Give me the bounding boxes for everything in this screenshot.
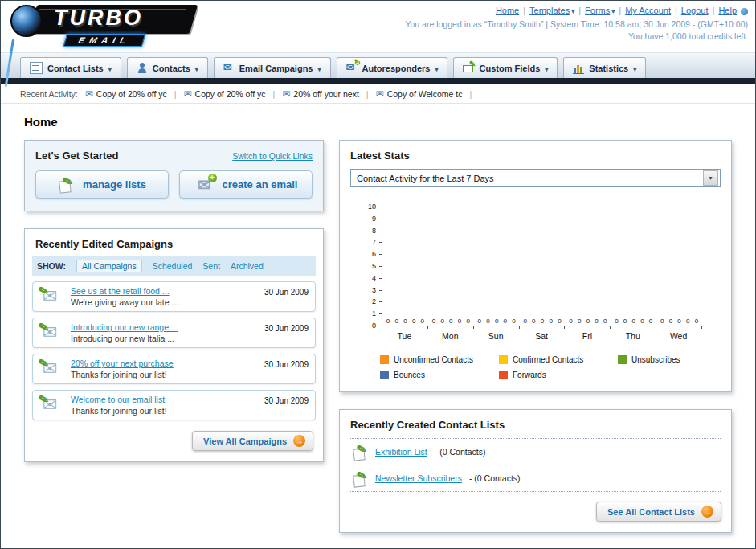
top-link-logout[interactable]: Logout (681, 6, 709, 15)
campaign-filter-bar: SHOW: All CampaignsScheduledSentArchived (32, 256, 316, 276)
top-link-templates[interactable]: Templates (529, 6, 574, 15)
y-axis-label: 1 (372, 309, 376, 318)
edit-campaign-icon (39, 287, 63, 306)
edit-campaign-icon (39, 359, 63, 379)
recent-activity-item[interactable]: Copy of Welcome tc (376, 89, 463, 99)
campaign-row[interactable]: Introducing our new range ...Introducing… (32, 318, 316, 348)
legend-swatch (380, 371, 389, 379)
chart-category-column: 0 0 0 0 0 (428, 207, 474, 326)
view-all-campaigns-button[interactable]: View All Campaigns (192, 431, 313, 451)
separator: | (469, 89, 472, 99)
contact-lists-icon (30, 62, 43, 74)
show-label: SHOW: (37, 261, 66, 271)
chart-category-column: 0 0 0 0 0 (382, 207, 428, 326)
top-link-my-account[interactable]: My Account (625, 6, 671, 15)
tab-statistics[interactable]: Statistics (563, 57, 646, 78)
button-label: See All Contact Lists (607, 507, 695, 517)
separator: | (578, 6, 581, 15)
email-campaigns-icon (223, 63, 235, 73)
x-axis-label: Sun (473, 331, 519, 341)
login-status: You are logged in as “Timothy Smith” | S… (405, 19, 748, 29)
campaign-row[interactable]: See us at the retail food ...We're givin… (32, 281, 316, 312)
campaign-date: 30 Jun 2009 (264, 324, 309, 333)
tab-label: Contact Lists (47, 64, 104, 73)
filter-scheduled[interactable]: Scheduled (153, 261, 193, 271)
see-all-contact-lists-button[interactable]: See All Contact Lists (596, 502, 721, 522)
recent-activity-item-label: Copy of 20% off yc (195, 89, 266, 99)
contact-list-link[interactable]: Newsletter Subscribers (375, 473, 462, 483)
switch-quick-links-link[interactable]: Switch to Quick Links (232, 151, 313, 161)
legend-label: Unsubscribes (631, 355, 680, 364)
chart-plot: 0123456789100 0 0 0 00 0 0 0 00 0 0 0 00… (382, 207, 702, 326)
bar-value-labels: 0 0 0 0 0 (520, 318, 566, 325)
main-nav: Contact ListsContactsEmail CampaignsAuto… (1, 52, 755, 78)
top-link-help[interactable]: Help (718, 6, 737, 15)
contact-list-items: Exhibition List- (0 Contacts)Newsletter … (340, 439, 731, 492)
app-logo[interactable]: TURBO EMAIL (9, 3, 226, 50)
tab-custom-fields[interactable]: Custom Fields (453, 57, 558, 78)
recent-activity-item[interactable]: 20% off your next (282, 89, 359, 99)
campaign-title-link[interactable]: Welcome to our email list (71, 395, 257, 404)
chevron-down-icon (545, 64, 548, 73)
separator: | (675, 6, 677, 15)
button-label: View All Campaigns (203, 436, 287, 446)
autoresponders-icon (346, 63, 358, 73)
filter-sent[interactable]: Sent (202, 261, 220, 271)
button-label: create an email (223, 178, 298, 191)
tab-contacts[interactable]: Contacts (127, 57, 208, 78)
logo-title: TURBO (54, 6, 143, 31)
legend-item: Forwards (499, 371, 618, 379)
logo-disc-icon (10, 5, 43, 37)
stats-title: Latest Stats (340, 141, 731, 169)
campaign-title-link[interactable]: 20% off your next purchase (71, 358, 257, 368)
recent-activity-item[interactable]: Copy of 20% off yc (184, 89, 266, 99)
recent-activity-bar: Recent Activity: Copy of 20% off yc|Copy… (1, 84, 755, 104)
contacts-icon (137, 63, 148, 73)
page-title: Home (24, 115, 732, 129)
separator: | (619, 6, 621, 15)
x-axis-label: Fri (564, 331, 610, 341)
chevron-down-icon (108, 64, 112, 73)
y-axis-label: 8 (372, 227, 376, 235)
y-axis-label: 10 (368, 203, 376, 211)
x-axis-label: Thu (610, 331, 656, 341)
create-email-button[interactable]: create an email (179, 170, 313, 199)
edit-campaign-icon (39, 323, 63, 342)
stats-panel: Latest Stats Contact Activity for the La… (339, 140, 732, 392)
page: TURBO EMAIL Home|Templates|Forms|My Acco… (0, 0, 756, 549)
recent-activity-item[interactable]: Copy of 20% off yc (85, 89, 167, 99)
legend-label: Bounces (394, 371, 425, 379)
campaign-row[interactable]: 20% off your next purchaseThanks for joi… (32, 354, 316, 384)
recent-activity-item-label: Copy of Welcome tc (387, 89, 463, 99)
top-link-home[interactable]: Home (496, 6, 519, 15)
tab-autoresponders[interactable]: Autoresponders (337, 57, 448, 78)
chart-category-column: 0 0 0 0 0 (565, 207, 611, 326)
manage-lists-button[interactable]: manage lists (35, 170, 169, 199)
header-right: Home|Templates|Forms|My Account|Logout|H… (405, 6, 748, 41)
contact-list-link[interactable]: Exhibition List (375, 447, 427, 457)
tab-contact-lists[interactable]: Contact Lists (20, 57, 121, 78)
activity-period-select[interactable]: Contact Activity for the Last 7 Days (350, 169, 721, 187)
legend-label: Forwards (513, 371, 546, 379)
campaign-date: 30 Jun 2009 (264, 360, 309, 369)
recent-activity-item-label: 20% off your next (293, 89, 359, 99)
logo-subtitle: EMAIL (63, 34, 146, 47)
help-status-icon[interactable] (741, 8, 748, 15)
tab-email-campaigns[interactable]: Email Campaigns (214, 57, 331, 78)
legend-item: Unconfirmed Contacts (380, 355, 499, 364)
tab-label: Contacts (153, 64, 190, 73)
campaign-row[interactable]: Welcome to our email listThanks for join… (32, 390, 316, 420)
y-axis-label: 7 (372, 238, 376, 246)
top-link-forms[interactable]: Forms (585, 6, 615, 15)
legend-item: Bounces (380, 371, 499, 379)
get-started-title: Let's Get Started (35, 150, 119, 162)
contact-list-row[interactable]: Exhibition List- (0 Contacts) (350, 439, 721, 465)
separator: | (174, 89, 177, 99)
legend-swatch (618, 355, 627, 364)
filter-archived[interactable]: Archived (231, 261, 264, 271)
campaign-title-link[interactable]: See us at the retail food ... (71, 286, 257, 296)
bar-value-labels: 0 0 0 0 0 (428, 318, 474, 325)
contact-list-row[interactable]: Newsletter Subscribers- (0 Contacts) (350, 465, 721, 492)
campaign-title-link[interactable]: Introducing our new range ... (71, 322, 257, 332)
filter-all-campaigns[interactable]: All Campaigns (76, 260, 142, 272)
